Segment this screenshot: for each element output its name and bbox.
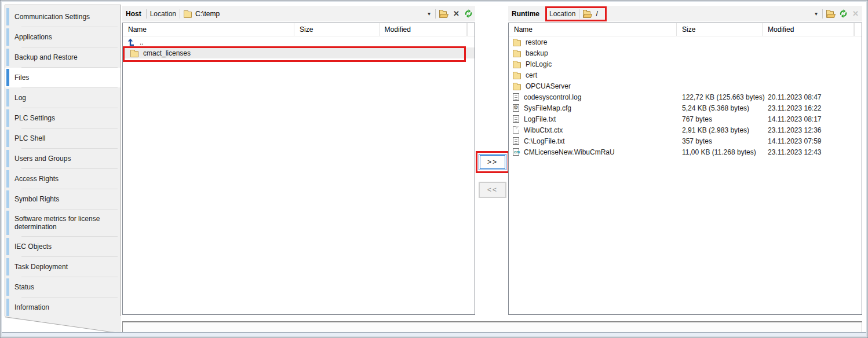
file-modified: 14.11.2023 08:17 — [763, 115, 854, 123]
runtime-new-folder-icon[interactable] — [826, 11, 836, 18]
file-modified: 20.11.2023 08:47 — [763, 93, 854, 101]
file-name: cmact_licenses — [143, 49, 191, 57]
folder-icon — [513, 51, 521, 57]
sidebar-item-symbol-rights[interactable]: Symbol Rights — [5, 189, 121, 209]
host-column-size[interactable]: Size — [294, 23, 380, 36]
sidebar-item-label: IEC Objects — [12, 243, 52, 251]
sidebar-item-label: Backup and Restore — [12, 53, 78, 61]
plain-file-icon — [513, 126, 519, 134]
copy-to-runtime-button[interactable]: >> — [479, 154, 506, 170]
host-column-name[interactable]: Name — [123, 23, 294, 36]
file-name: codesyscontrol.log — [524, 93, 581, 101]
file-size: 5,24 KB (5.368 bytes) — [677, 104, 763, 112]
file-name: OPCUAServer — [526, 82, 571, 90]
runtime-row-backup[interactable]: backup — [509, 47, 862, 58]
runtime-path-value[interactable]: / — [596, 10, 597, 18]
sidebar-item-status[interactable]: Status — [5, 277, 121, 297]
file-size: 122,72 KB (125.663 bytes) — [677, 93, 763, 101]
up-arrow-icon — [127, 38, 135, 46]
runtime-row-sysfilemap-cfg[interactable]: SysFileMap.cfg 5,24 KB (5.368 bytes) 23.… — [509, 102, 862, 113]
runtime-path-folder-icon — [583, 11, 592, 18]
host-row-cmact-licenses[interactable]: cmact_licenses — [123, 47, 475, 58]
runtime-location-label: Location — [549, 10, 575, 18]
wibu-license-file-icon — [513, 148, 519, 156]
sidebar-item-iec-objects[interactable]: IEC Objects — [5, 237, 121, 256]
host-path-value[interactable]: C:\temp — [195, 10, 220, 18]
host-delete-icon[interactable]: ✕ — [452, 9, 461, 18]
runtime-path-dropdown-icon[interactable]: ▾ — [814, 10, 819, 17]
file-name: PlcLogic — [526, 60, 552, 68]
file-name: LogFile.txt — [524, 115, 556, 123]
host-path-dropdown-icon[interactable]: ▾ — [426, 10, 432, 17]
copy-to-runtime-annotation-box: >> — [476, 151, 509, 173]
config-gear-file-icon — [513, 104, 519, 112]
runtime-toolbar: Runtime Location / ▾ ✕ — [508, 6, 862, 21]
runtime-row-cmlicensenew-wibucmrau[interactable]: CMLicenseNew.WibuCmRaU 11,00 KB (11.268 … — [509, 146, 862, 157]
sidebar-item-users-and-groups[interactable]: Users and Groups — [5, 149, 121, 168]
host-refresh-icon[interactable] — [464, 9, 473, 18]
sidebar-item-log[interactable]: Log — [5, 88, 121, 108]
sidebar-item-information[interactable]: Information — [5, 297, 121, 317]
folder-icon — [513, 62, 521, 68]
sidebar-item-backup-and-restore[interactable]: Backup and Restore — [5, 47, 121, 67]
runtime-delete-icon: ✕ — [851, 9, 860, 18]
host-file-list: Name Size Modified .. cmact_ — [122, 23, 475, 315]
runtime-column-modified[interactable]: Modified — [763, 23, 854, 36]
runtime-row-cert[interactable]: cert — [509, 69, 862, 80]
toolbar-divider — [822, 9, 823, 19]
runtime-pane-title: Runtime — [510, 10, 541, 18]
file-name: CMLicenseNew.WibuCmRaU — [524, 148, 615, 156]
toolbar-divider — [180, 9, 180, 19]
runtime-row-restore[interactable]: restore — [509, 36, 862, 47]
sidebar-item-files[interactable]: Files — [5, 68, 121, 87]
sidebar-item-label: Software metrics for license determinati… — [12, 215, 105, 231]
log-file-icon — [513, 93, 519, 101]
sidebar-item-access-rights[interactable]: Access Rights — [5, 169, 121, 189]
sidebar-item-label: Log — [12, 94, 26, 102]
sidebar-item-label: Applications — [12, 33, 52, 41]
sidebar-item-label: Task Deployment — [12, 263, 68, 271]
device-editor-window: Communication Settings Applications Back… — [0, 0, 868, 338]
runtime-column-size[interactable]: Size — [677, 23, 763, 36]
sidebar-item-label: Files — [12, 74, 29, 82]
sidebar-item-task-deployment[interactable]: Task Deployment — [5, 257, 121, 277]
host-path-folder-icon — [184, 12, 192, 18]
sidebar-item-communication-settings[interactable]: Communication Settings — [5, 7, 121, 27]
host-row-parent-dir[interactable]: .. — [123, 36, 475, 47]
runtime-row-logfile-txt[interactable]: LogFile.txt 767 bytes 14.11.2023 08:17 — [509, 113, 862, 124]
runtime-row-plclogic[interactable]: PlcLogic — [509, 58, 862, 69]
runtime-header-end — [855, 23, 862, 36]
sidebar-item-plc-shell[interactable]: PLC Shell — [5, 128, 121, 148]
sidebar-item-plc-settings[interactable]: PLC Settings — [5, 108, 121, 128]
toolbar-divider — [579, 9, 579, 19]
runtime-row-opcuaserver[interactable]: OPCUAServer — [509, 80, 862, 91]
host-new-folder-icon[interactable] — [439, 11, 448, 18]
folder-icon — [513, 40, 521, 46]
file-size: 357 bytes — [677, 137, 763, 145]
host-pane-title: Host — [125, 10, 143, 18]
runtime-row-wibuctxt-ctx[interactable]: WibuCtxt.ctx 2,91 KB (2.983 bytes) 23.11… — [509, 124, 862, 135]
file-name: backup — [526, 49, 548, 57]
sidebar-item-label: Communication Settings — [12, 13, 90, 21]
runtime-refresh-icon[interactable] — [839, 9, 848, 18]
copy-to-host-button[interactable]: << — [479, 182, 506, 198]
window-bottom-band — [2, 332, 866, 336]
window-inner-border: Communication Settings Applications Back… — [1, 1, 867, 337]
log-file-icon — [513, 115, 519, 123]
file-size: 2,91 KB (2.983 bytes) — [677, 126, 763, 134]
folder-icon — [130, 51, 138, 57]
sidebar-item-label: PLC Settings — [12, 114, 55, 122]
sidebar-item-software-metrics[interactable]: Software metrics for license determinati… — [5, 210, 121, 236]
runtime-row-codesyscontrol-log[interactable]: codesyscontrol.log 122,72 KB (125.663 by… — [509, 91, 862, 102]
file-name: restore — [526, 38, 547, 46]
file-name: C:\LogFile.txt — [524, 137, 565, 145]
file-modified: 23.11.2023 12:43 — [763, 148, 854, 156]
runtime-column-name[interactable]: Name — [509, 23, 677, 36]
runtime-row-c-logfile-txt[interactable]: C:\LogFile.txt 357 bytes 14.11.2023 07:5… — [509, 135, 862, 146]
toolbar-divider — [146, 9, 147, 19]
host-header-end — [468, 23, 475, 36]
runtime-location-annotation-box: Location / — [545, 6, 607, 21]
folder-icon — [513, 73, 521, 79]
host-column-modified[interactable]: Modified — [380, 23, 468, 36]
sidebar-item-applications[interactable]: Applications — [5, 27, 121, 47]
